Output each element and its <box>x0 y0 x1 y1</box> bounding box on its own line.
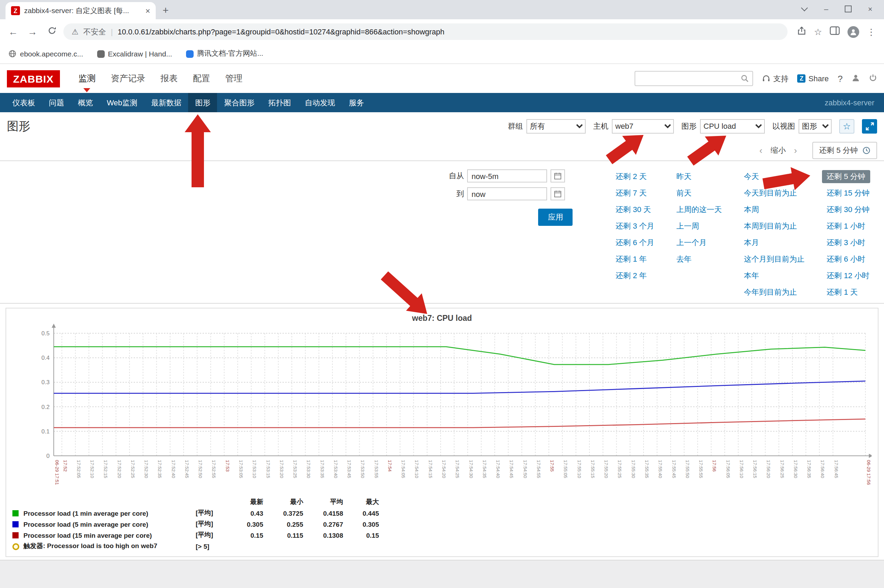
security-chip[interactable]: 不安全 <box>83 27 106 37</box>
subnav-item-latest-data[interactable]: 最新数据 <box>144 93 188 112</box>
quick-range-3-5[interactable]: 还剩 6 小时 <box>822 253 870 266</box>
subnav-item-problems[interactable]: 问题 <box>42 93 71 112</box>
legend-grid: 最新最小平均最大Processor load (1 min average pe… <box>12 498 872 551</box>
to-input[interactable] <box>468 187 547 200</box>
quick-range-2-3[interactable]: 本周到目前为止 <box>739 220 802 233</box>
zoom-out-button[interactable]: 缩小 <box>771 145 786 155</box>
graph-select[interactable]: CPU load <box>700 119 765 133</box>
time-range-tab[interactable]: 还剩 5 分钟 <box>812 141 877 159</box>
from-input[interactable] <box>468 170 547 183</box>
quick-range-1-4[interactable]: 上一个月 <box>671 236 711 249</box>
quick-range-0-1[interactable]: 还剩 7 天 <box>611 187 651 200</box>
address-bar[interactable]: ⚠ 不安全 | 10.0.0.61/zabbix/charts.php?page… <box>63 23 788 40</box>
quick-range-1-2[interactable]: 上周的这一天 <box>671 203 726 216</box>
quick-range-1-0[interactable]: 昨天 <box>671 170 696 183</box>
bookmark-ebook[interactable]: ebook.apecome.c... <box>8 50 83 58</box>
series-min: 0.255 <box>263 520 303 528</box>
quick-range-2-4[interactable]: 本月 <box>739 236 764 249</box>
quick-range-3-1[interactable]: 还剩 15 分钟 <box>822 187 874 200</box>
quick-range-2-1[interactable]: 今天到目前为止 <box>739 187 802 200</box>
subnav-item-maps[interactable]: 拓扑图 <box>262 93 298 112</box>
main-nav-inventory[interactable]: 资产记录 <box>103 64 153 93</box>
support-link[interactable]: 支持 <box>762 74 789 84</box>
time-back-icon[interactable]: ‹ <box>759 145 762 155</box>
quick-range-2-6[interactable]: 本年 <box>739 269 764 282</box>
quick-range-2-0[interactable]: 今天 <box>739 170 764 183</box>
quick-range-3-2[interactable]: 还剩 30 分钟 <box>822 203 874 216</box>
quick-range-3-0[interactable]: 还剩 5 分钟 <box>822 170 870 183</box>
svg-text:17:55:55: 17:55:55 <box>698 460 704 478</box>
main-nav-administration[interactable]: 管理 <box>218 64 250 93</box>
side-panel-icon[interactable] <box>830 26 840 38</box>
bookmark-excalidraw[interactable]: Excalidraw | Hand... <box>97 50 172 58</box>
bookmark-star-icon[interactable]: ☆ <box>814 27 822 37</box>
help-link[interactable]: ? <box>838 74 843 84</box>
share-link[interactable]: Z Share <box>798 74 829 82</box>
main-nav-monitoring[interactable]: 监测 <box>71 64 103 93</box>
back-icon[interactable]: ← <box>6 26 21 37</box>
quick-range-3-3[interactable]: 还剩 1 小时 <box>822 220 870 233</box>
quick-range-2-7[interactable]: 今年到目前为止 <box>739 286 802 299</box>
quick-range-1-3[interactable]: 上一周 <box>671 220 704 233</box>
quick-range-3-4[interactable]: 还剩 3 小时 <box>822 236 870 249</box>
subnav-item-dashboard[interactable]: 仪表板 <box>6 93 42 112</box>
subnav-item-discovery[interactable]: 自动发现 <box>298 93 342 112</box>
subnav-item-graphs[interactable]: 图形 <box>188 93 217 112</box>
svg-text:0: 0 <box>47 453 50 459</box>
bookmark-tencent-docs[interactable]: 腾讯文档-官方网站... <box>186 49 263 58</box>
maximize-button[interactable] <box>837 0 859 18</box>
quick-range-0-6[interactable]: 还剩 2 年 <box>611 269 651 282</box>
time-forward-icon[interactable]: › <box>794 145 797 155</box>
to-calendar-button[interactable] <box>551 187 565 200</box>
subnav-item-overview[interactable]: 概览 <box>71 93 100 112</box>
series-avg: 0.4158 <box>303 510 343 517</box>
tab-close-icon[interactable]: × <box>145 6 150 15</box>
series-min: 0.3725 <box>263 510 303 517</box>
svg-text:0.5: 0.5 <box>41 330 50 337</box>
quick-range-0-5[interactable]: 还剩 1 年 <box>611 253 651 266</box>
new-tab-button[interactable]: + <box>162 4 169 16</box>
minimize-button[interactable]: – <box>815 0 837 18</box>
zabbix-logo[interactable]: ZABBIX <box>7 70 60 87</box>
logout-icon[interactable] <box>869 72 877 85</box>
series-max: 0.15 <box>343 531 379 539</box>
close-button[interactable]: × <box>859 0 881 18</box>
subnav-item-services[interactable]: 服务 <box>342 93 371 112</box>
forward-icon[interactable]: → <box>25 26 40 37</box>
share-icon[interactable] <box>798 26 806 38</box>
global-search-input[interactable] <box>635 71 753 86</box>
fullscreen-button[interactable] <box>862 119 877 133</box>
quick-range-2-5[interactable]: 这个月到目前为止 <box>739 253 809 266</box>
quick-range-0-0[interactable]: 还剩 2 天 <box>611 170 651 183</box>
group-label: 群组 <box>508 121 523 131</box>
quick-range-0-3[interactable]: 还剩 3 个月 <box>611 220 659 233</box>
main-nav-reports[interactable]: 报表 <box>153 64 185 93</box>
browser-tab[interactable]: Z zabbix4-server: 自定义图表 [每... × <box>6 2 156 19</box>
graph-legend: 最新最小平均最大Processor load (1 min average pe… <box>12 498 872 551</box>
view-as-select[interactable]: 图形 <box>798 119 831 133</box>
svg-text:06-29 17:51: 06-29 17:51 <box>54 460 60 485</box>
user-profile-icon[interactable] <box>852 72 860 85</box>
apply-button[interactable]: 应用 <box>538 208 573 226</box>
profile-avatar[interactable] <box>848 26 859 38</box>
favorite-button[interactable]: ☆ <box>839 119 854 133</box>
browser-menu-icon[interactable]: ⋮ <box>867 27 876 37</box>
quick-range-2-2[interactable]: 本周 <box>739 203 764 216</box>
main-nav-configuration[interactable]: 配置 <box>185 64 218 93</box>
quick-range-0-2[interactable]: 还剩 30 天 <box>611 203 656 216</box>
group-select[interactable]: 所有 <box>526 119 586 133</box>
quick-range-1-5[interactable]: 去年 <box>671 253 696 266</box>
url-text: 10.0.0.61/zabbix/charts.php?page=1&group… <box>117 27 444 36</box>
tab-search-icon[interactable] <box>793 0 815 18</box>
quick-range-3-6[interactable]: 还剩 12 小时 <box>822 269 874 282</box>
host-label: 主机 <box>593 121 608 131</box>
from-calendar-button[interactable] <box>551 170 565 183</box>
reload-icon[interactable] <box>44 26 59 37</box>
host-select[interactable]: web7 <box>612 119 674 133</box>
quick-range-1-1[interactable]: 前天 <box>671 187 696 200</box>
quick-range-3-7[interactable]: 还剩 1 天 <box>822 286 862 299</box>
subnav-item-screens[interactable]: 聚合图形 <box>217 93 262 112</box>
quick-range-0-4[interactable]: 还剩 6 个月 <box>611 236 659 249</box>
subnav-item-web[interactable]: Web监测 <box>100 93 144 112</box>
svg-text:17:53:35: 17:53:35 <box>320 460 325 478</box>
